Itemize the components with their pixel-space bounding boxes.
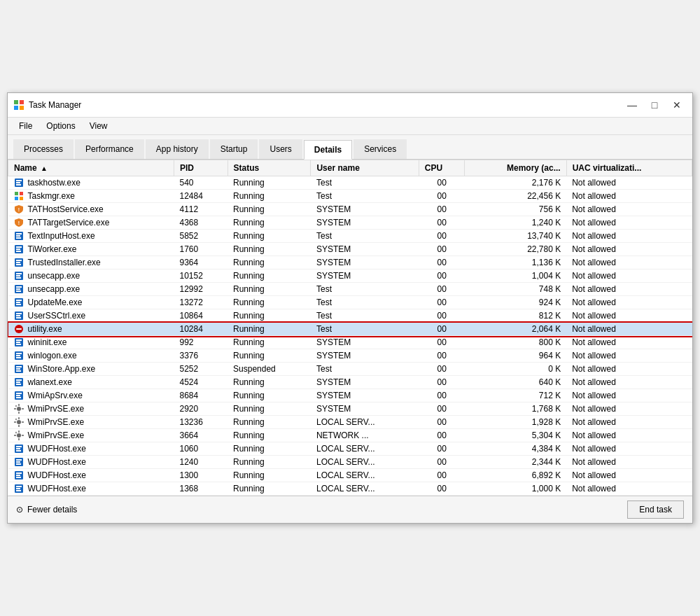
svg-rect-8 xyxy=(15,192,18,195)
blue-square-icon xyxy=(14,178,24,188)
process-table-container[interactable]: Name ▲ PID Status User name CPU Memory (… xyxy=(8,160,692,496)
process-pid: 13236 xyxy=(174,416,228,429)
blue-square-icon xyxy=(14,364,24,374)
process-user: SYSTEM xyxy=(311,402,419,416)
process-user: Test xyxy=(311,176,419,190)
shield-icon: ! xyxy=(14,218,24,227)
process-cpu: 00 xyxy=(419,216,465,230)
table-row[interactable]: wininit.exe 992 Running SYSTEM 00 800 K … xyxy=(8,336,692,349)
process-cpu: 00 xyxy=(419,176,465,190)
svg-rect-20 xyxy=(16,248,20,250)
svg-rect-35 xyxy=(16,300,22,301)
process-pid: 1240 xyxy=(174,456,228,469)
col-header-uac[interactable]: UAC virtualizati... xyxy=(566,160,692,176)
process-status: Running xyxy=(227,456,311,469)
table-row[interactable]: WmiPrvSE.exe 13236 Running LOCAL SERV...… xyxy=(8,416,692,429)
table-row[interactable]: winlogon.exe 3376 Running SYSTEM 00 964 … xyxy=(8,349,692,363)
process-pid: 3376 xyxy=(174,349,228,363)
fewer-details-button[interactable]: ⊙ Fewer details xyxy=(16,505,77,514)
process-user: SYSTEM xyxy=(311,270,419,283)
svg-rect-43 xyxy=(16,328,22,330)
process-status: Running xyxy=(227,216,311,230)
table-row[interactable]: UpdateMe.exe 13272 Running Test 00 924 K… xyxy=(8,296,692,309)
process-uac: Not allowed xyxy=(566,309,692,323)
minimize-button[interactable]: — xyxy=(622,97,642,113)
process-cpu: 00 xyxy=(419,230,465,243)
process-uac: Not allowed xyxy=(566,469,692,482)
table-row[interactable]: WUDFHost.exe 1300 Running LOCAL SERV... … xyxy=(8,469,692,482)
tab-startup[interactable]: Startup xyxy=(210,139,258,159)
col-header-name[interactable]: Name ▲ xyxy=(8,160,174,176)
table-row[interactable]: Taskmgr.exe 12484 Running Test 00 22,456… xyxy=(8,190,692,203)
process-status: Running xyxy=(227,442,311,456)
col-header-user[interactable]: User name xyxy=(311,160,419,176)
process-status: Running xyxy=(227,256,311,270)
process-pid: 1760 xyxy=(174,243,228,256)
process-cpu: 00 xyxy=(419,323,465,336)
table-row[interactable]: WmiApSrv.exe 8684 Running SYSTEM 00 712 … xyxy=(8,389,692,402)
process-name: UserSSCtrl.exe xyxy=(8,309,174,323)
table-row[interactable]: TrustedInstaller.exe 9364 Running SYSTEM… xyxy=(8,256,692,270)
svg-rect-40 xyxy=(16,315,20,316)
svg-rect-75 xyxy=(15,419,17,421)
svg-rect-74 xyxy=(22,421,24,423)
table-row[interactable]: WUDFHost.exe 1240 Running LOCAL SERV... … xyxy=(8,456,692,469)
table-row[interactable]: UserSSCtrl.exe 10864 Running Test 00 812… xyxy=(8,309,692,323)
table-row[interactable]: WUDFHost.exe 1368 Running LOCAL SERV... … xyxy=(8,482,692,496)
process-status: Running xyxy=(227,429,311,442)
svg-rect-81 xyxy=(15,432,17,434)
table-row[interactable]: taskhostw.exe 540 Running Test 00 2,176 … xyxy=(8,176,692,190)
svg-point-76 xyxy=(17,433,21,438)
svg-rect-58 xyxy=(16,382,20,383)
process-name: UpdateMe.exe xyxy=(8,296,174,309)
table-row[interactable]: utility.exe 10284 Running Test 00 2,064 … xyxy=(8,323,692,336)
close-button[interactable]: ✕ xyxy=(667,97,687,113)
table-row[interactable]: TiWorker.exe 1760 Running SYSTEM 00 22,7… xyxy=(8,243,692,256)
process-user: NETWORK ... xyxy=(311,429,419,442)
process-pid: 992 xyxy=(174,336,228,349)
col-header-cpu[interactable]: CPU xyxy=(419,160,465,176)
process-pid: 9364 xyxy=(174,256,228,270)
process-memory: 964 K xyxy=(465,349,566,363)
col-header-pid[interactable]: PID xyxy=(174,160,228,176)
table-row[interactable]: WinStore.App.exe 5252 Suspended Test 00 … xyxy=(8,363,692,376)
maximize-button[interactable]: □ xyxy=(645,97,664,113)
table-row[interactable]: ! TATHostService.exe 4112 Running SYSTEM… xyxy=(8,203,692,216)
svg-rect-47 xyxy=(16,344,21,345)
tab-processes[interactable]: Processes xyxy=(13,139,74,159)
svg-rect-10 xyxy=(15,197,18,200)
process-status: Running xyxy=(227,270,311,283)
process-memory: 22,780 K xyxy=(465,243,566,256)
menu-file[interactable]: File xyxy=(13,119,38,133)
menu-options[interactable]: Options xyxy=(41,119,80,133)
process-pid: 12484 xyxy=(174,190,228,203)
table-row[interactable]: unsecapp.exe 12992 Running Test 00 748 K… xyxy=(8,283,692,296)
table-row[interactable]: WmiPrvSE.exe 3664 Running NETWORK ... 00… xyxy=(8,429,692,442)
process-name: WmiPrvSE.exe xyxy=(8,402,174,416)
tab-performance[interactable]: Performance xyxy=(75,139,144,159)
table-row[interactable]: unsecapp.exe 10152 Running SYSTEM 00 1,0… xyxy=(8,270,692,283)
table-row[interactable]: WUDFHost.exe 1060 Running LOCAL SERV... … xyxy=(8,442,692,456)
table-row[interactable]: WmiPrvSE.exe 2920 Running SYSTEM 00 1,76… xyxy=(8,402,692,416)
process-cpu: 00 xyxy=(419,203,465,216)
tab-details[interactable]: Details xyxy=(304,140,352,160)
end-task-button[interactable]: End task xyxy=(627,500,684,519)
blue-square-icon xyxy=(14,444,24,454)
process-name: wlanext.exe xyxy=(8,376,174,389)
table-row[interactable]: TextInputHost.exe 5852 Running Test 00 1… xyxy=(8,230,692,243)
table-row[interactable]: wlanext.exe 4524 Running SYSTEM 00 640 K… xyxy=(8,376,692,389)
process-memory: 756 K xyxy=(465,203,566,216)
tab-app-history[interactable]: App history xyxy=(146,139,209,159)
process-status: Running xyxy=(227,309,311,323)
process-memory: 2,344 K xyxy=(465,456,566,469)
table-row[interactable]: ! TATTargetService.exe 4368 Running SYST… xyxy=(8,216,692,230)
tab-users[interactable]: Users xyxy=(259,139,302,159)
svg-rect-61 xyxy=(16,393,22,394)
menu-view[interactable]: View xyxy=(84,119,113,133)
process-status: Running xyxy=(227,482,311,496)
process-name: utility.exe xyxy=(8,323,174,336)
col-header-status[interactable]: Status xyxy=(227,160,311,176)
process-uac: Not allowed xyxy=(566,230,692,243)
col-header-memory[interactable]: Memory (ac... xyxy=(465,160,566,176)
tab-services[interactable]: Services xyxy=(354,139,407,159)
